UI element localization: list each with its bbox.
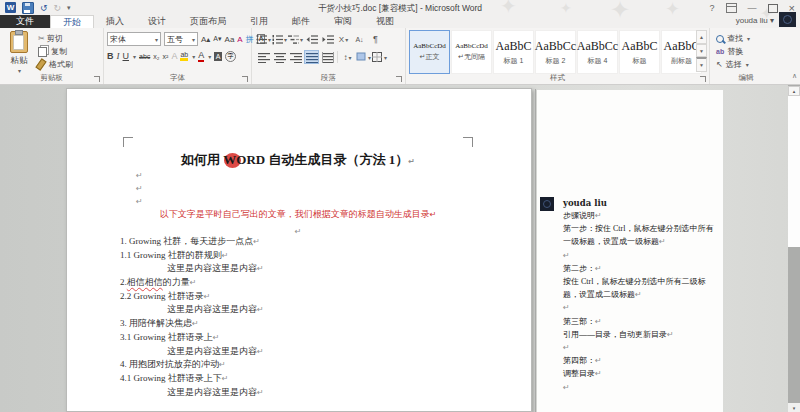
clear-formatting-button[interactable]: A (237, 35, 242, 44)
superscript-button[interactable]: x² (163, 53, 169, 60)
paragraph-mark: ↵ (595, 369, 602, 378)
tab-insert[interactable]: 插入 (94, 15, 136, 28)
character-shading-button[interactable]: A (214, 52, 222, 61)
scrollbar-down-button[interactable]: ▾ (788, 403, 800, 412)
empty-paragraph[interactable]: ↵ (120, 195, 476, 208)
asian-layout-button[interactable]: X▾ (336, 32, 351, 46)
empty-paragraph[interactable]: ↵ (120, 169, 476, 182)
align-center-button[interactable] (272, 50, 287, 64)
tab-view[interactable]: 视图 (364, 15, 406, 28)
subscript-button[interactable]: x₂ (153, 53, 159, 60)
doc-line-heading1[interactable]: 3. 用陪伴解决焦虑↵ (120, 317, 476, 331)
font-size-combobox[interactable]: 五号 ▾ (164, 32, 198, 46)
tab-home[interactable]: 开始 (50, 15, 94, 28)
justify-button[interactable] (304, 50, 319, 64)
empty-paragraph[interactable]: ↵ (120, 182, 476, 195)
italic-button[interactable]: I (117, 51, 120, 61)
multilevel-list-button[interactable]: ▾ (288, 32, 303, 46)
tab-review[interactable]: 审阅 (322, 15, 364, 28)
paragraph-mark: ↵ (563, 303, 570, 312)
tab-file[interactable]: 文件 (0, 15, 50, 28)
line-spacing-button[interactable]: ↕▾ (340, 50, 355, 64)
paragraph-dialog-launcher[interactable] (396, 76, 402, 82)
doc-line-heading1[interactable]: 4. 用抱团对抗放弃的冲动↵ (120, 358, 476, 372)
highlight-color-button[interactable]: ab (180, 51, 188, 61)
increase-indent-button[interactable] (320, 32, 335, 46)
scrollbar-thumb[interactable] (788, 96, 800, 247)
font-color-dropdown-icon[interactable]: ▾ (208, 53, 211, 60)
style-heading4[interactable]: AaBbCc 标题 4 (577, 30, 618, 74)
ribbon-display-options-button[interactable] (726, 3, 737, 13)
styles-more-button[interactable]: ▼ (696, 57, 707, 72)
shading-button[interactable]: ▾ (356, 50, 371, 64)
minimize-button[interactable]: — (748, 3, 757, 13)
tab-mailings[interactable]: 邮件 (280, 15, 322, 28)
comment-bubble[interactable]: youda liu 步骤说明↵ 第一步：按住 Ctrl，鼠标左键分别选中所有一级… (563, 198, 718, 394)
intro-red-text[interactable]: 以下文字是平时自己写出的文章，我们根据文章的标题自动生成目录↵ (120, 208, 476, 222)
decrease-indent-button[interactable] (304, 32, 319, 46)
show-marks-button[interactable]: ¶ (368, 32, 383, 46)
style-title[interactable]: AaBbC 标题 (619, 30, 660, 74)
document-page[interactable]: 如何用 WORD 自动生成目录（方法 1）↵ ↵ ↵ ↵ 以下文字是平时自己写出… (66, 88, 532, 412)
doc-line-content[interactable]: 这里是内容这里是内容↵ (120, 386, 476, 400)
doc-line-heading2[interactable]: 4.1 Growing 社群语录上下↵ (120, 372, 476, 386)
style-label: 副标题 (671, 56, 692, 66)
align-left-button[interactable] (256, 50, 271, 64)
paste-button[interactable]: 粘贴 ▾ (4, 31, 34, 75)
tab-design[interactable]: 设计 (136, 15, 178, 28)
style-heading2[interactable]: AaBbCc 标题 2 (535, 30, 576, 74)
shrink-font-button[interactable]: A▾ (213, 35, 221, 43)
strikethrough-button[interactable]: abc (139, 53, 150, 60)
styles-dialog-launcher[interactable] (700, 76, 706, 82)
doc-line-content[interactable]: 这里是内容这里是内容↵ (120, 262, 476, 276)
enclose-characters-button[interactable]: 字 (225, 51, 236, 62)
styles-scroll-up-button[interactable]: ▲ (696, 30, 707, 44)
vertical-scrollbar[interactable]: ▴ ▾ (788, 85, 800, 412)
select-button[interactable]: ↖ 选择 ▾ (710, 58, 782, 71)
align-right-button[interactable] (288, 50, 303, 64)
doc-line-content[interactable]: 这里是内容这里是内容↵ (120, 345, 476, 359)
scrollbar-up-button[interactable]: ▴ (788, 86, 800, 96)
doc-line-heading2[interactable]: 3.1 Growing 社群语录上↵ (120, 331, 476, 345)
doc-line-heading2[interactable]: 2.2 Growing 社群语录↵ (120, 290, 476, 304)
document-title[interactable]: 如何用 WORD 自动生成目录（方法 1）↵ (120, 151, 476, 169)
copy-button[interactable]: 复制 (38, 45, 73, 58)
grow-font-button[interactable]: A▴ (201, 35, 210, 44)
doc-line-heading1[interactable]: 1. Growing 社群，每天进步一点点↵ (120, 235, 476, 249)
font-dialog-launcher[interactable] (242, 76, 248, 82)
cut-button[interactable]: ✂ 剪切 (38, 32, 73, 45)
tab-references[interactable]: 引用 (238, 15, 280, 28)
font-color-button[interactable]: A (198, 50, 204, 62)
collapse-ribbon-button[interactable]: ∧ (792, 72, 797, 80)
font-name-combobox[interactable]: 宋体 ▾ (107, 32, 161, 46)
doc-line-heading2[interactable]: 1.1 Growing 社群的群规则↵ (120, 249, 476, 263)
underline-button[interactable]: U (123, 51, 130, 61)
style-heading1[interactable]: AaBbC 标题 1 (493, 30, 534, 74)
text-effects-button[interactable]: A (171, 51, 177, 61)
tab-page-layout[interactable]: 页面布局 (178, 15, 238, 28)
bullets-button[interactable]: ▾ (256, 32, 271, 46)
find-button[interactable]: 查找 ▾ (710, 32, 782, 45)
style-no-spacing[interactable]: AaBbCcDd ↵无间隔 (451, 30, 492, 74)
empty-paragraph[interactable]: ↵ (120, 222, 476, 236)
underline-dropdown-icon[interactable]: ▾ (133, 53, 136, 60)
copy-icon (38, 47, 47, 57)
clipboard-dialog-launcher[interactable] (94, 76, 100, 82)
distribute-button[interactable] (320, 50, 335, 64)
bold-button[interactable]: B (107, 51, 114, 61)
restore-button[interactable] (768, 4, 778, 13)
borders-button[interactable]: ▾ (372, 50, 387, 64)
change-case-button[interactable]: Aa (225, 35, 235, 44)
help-button[interactable]: ? (710, 3, 715, 13)
account-avatar[interactable] (779, 12, 796, 27)
numbering-button[interactable]: ▾ (272, 32, 287, 46)
styles-scroll-down-button[interactable]: ▼ (696, 44, 707, 58)
sort-button[interactable]: A↓ (352, 32, 367, 46)
style-normal[interactable]: AaBbCcDd ↵正文 (409, 30, 450, 74)
highlight-dropdown-icon[interactable]: ▾ (192, 53, 195, 60)
replace-button[interactable]: ab 替换 (710, 45, 782, 58)
account-name[interactable]: youda liu ▾ (736, 16, 774, 25)
format-painter-button[interactable]: 格式刷 (38, 58, 73, 71)
doc-line-heading1[interactable]: 2.相信相信的力量↵ (120, 276, 476, 290)
doc-line-content[interactable]: 这里是内容这里是内容↵ (120, 303, 476, 317)
